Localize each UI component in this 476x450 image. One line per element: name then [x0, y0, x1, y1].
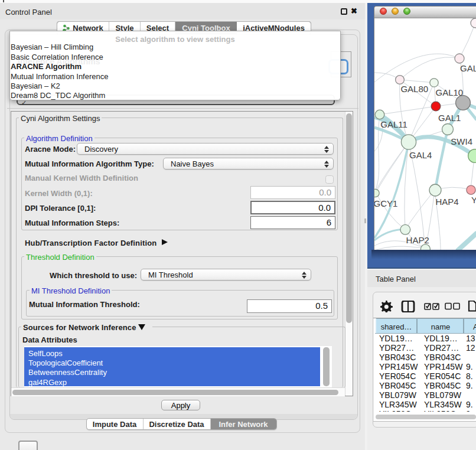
- svg-text:GCY1: GCY1: [374, 198, 397, 208]
- svg-text:GAL80: GAL80: [400, 84, 428, 94]
- svg-text:GAL10: GAL10: [436, 87, 464, 97]
- svg-text:SWI4: SWI4: [451, 136, 472, 146]
- svg-text:GAL1: GAL1: [438, 113, 461, 123]
- svg-text:HAP4: HAP4: [436, 197, 459, 207]
- svg-text:YM: YM: [471, 195, 476, 205]
- svg-text:GAL4: GAL4: [409, 150, 432, 160]
- svg-text:HAP2: HAP2: [406, 235, 429, 245]
- svg-text:GAL11: GAL11: [380, 119, 407, 129]
- svg-text:GAL2: GAL2: [460, 63, 476, 73]
